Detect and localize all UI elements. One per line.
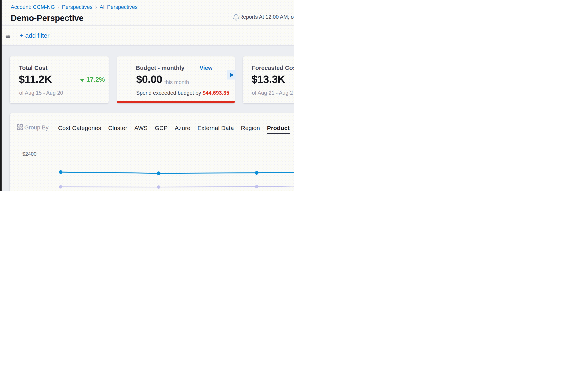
svg-text:$2400: $2400 <box>22 151 37 157</box>
